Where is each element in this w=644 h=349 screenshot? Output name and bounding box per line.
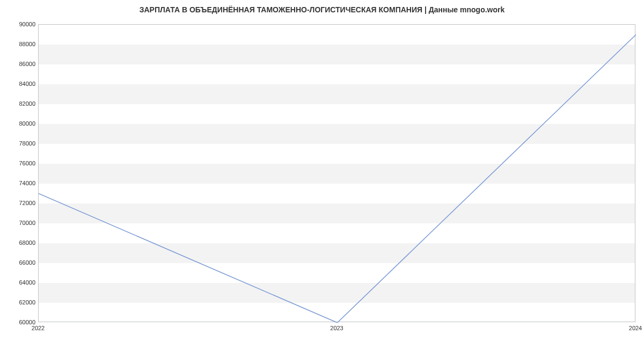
plot-area (38, 24, 635, 322)
y-tick-label: 86000 (3, 61, 35, 67)
y-tick-label: 72000 (3, 200, 35, 206)
y-tick-label: 74000 (3, 180, 35, 186)
y-tick-label: 78000 (3, 140, 35, 147)
y-tick-label: 68000 (3, 239, 35, 246)
x-tick-label: 2022 (32, 325, 45, 331)
y-tick-label: 82000 (3, 100, 35, 107)
y-tick-label: 70000 (3, 220, 35, 226)
y-tick-label: 66000 (3, 259, 35, 266)
y-tick-label: 64000 (3, 279, 35, 286)
line-series (39, 25, 636, 323)
y-tick-label: 84000 (3, 81, 35, 87)
chart-title: ЗАРПЛАТА В ОБЪЕДИНЁННАЯ ТАМОЖЕННО-ЛОГИСТ… (0, 5, 644, 14)
x-tick-label: 2024 (629, 325, 642, 331)
y-tick-label: 88000 (3, 41, 35, 47)
y-tick-label: 80000 (3, 120, 35, 127)
y-tick-label: 60000 (3, 319, 35, 325)
y-tick-label: 62000 (3, 299, 35, 306)
y-tick-label: 90000 (3, 21, 35, 27)
y-tick-label: 76000 (3, 160, 35, 166)
x-tick-label: 2023 (330, 325, 343, 331)
